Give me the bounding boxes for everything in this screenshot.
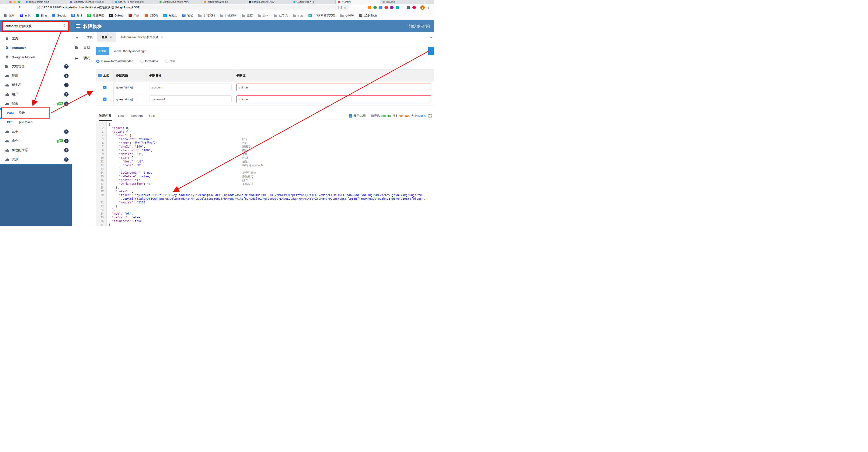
bookmark-item[interactable]: 什么都有 [220,13,237,18]
sidebar-item[interactable]: 角色NEW8 [0,136,72,145]
browser-tab[interactable]: Spring Cloud 微服务文档 [157,0,202,4]
send-button[interactable]: 发送 [428,47,434,55]
param-value-input[interactable] [237,95,431,103]
sidebar-item[interactable]: 菜单7 [0,127,72,136]
browser-tab[interactable]: 接口文档 [336,0,380,4]
browser-tab[interactable]: hao123_上网从这里开始 [113,0,157,4]
sidebar-item[interactable]: 主页 [0,34,72,43]
fold-arrow-icon[interactable]: ▾ [104,131,106,133]
close-icon[interactable]: × [161,35,163,39]
browser-menu-icon[interactable]: ⋮ [427,5,430,9]
response-tab[interactable]: Curl [149,111,155,121]
param-name-input[interactable] [149,95,231,103]
sidebar-item[interactable]: Authorize [0,43,72,52]
reload-icon[interactable]: ↻ [19,5,22,9]
doc-nav-item[interactable]: 调试 [72,53,93,63]
more-tabs-icon[interactable]: » [428,32,434,42]
window-controls[interactable] [9,1,20,3]
show-desc-checkbox[interactable]: ✓ [349,114,352,117]
browser-tab[interactable]: temporary-interface 接口调试 [68,0,113,4]
sidebar-item[interactable]: 登录NEW2 [0,99,72,108]
browser-tab[interactable]: ES搜索引擎入门 [291,0,336,4]
fold-arrow-icon[interactable]: ▾ [104,123,106,125]
header-search-input[interactable]: 请输入搜索内容 [407,24,430,28]
content-tab[interactable]: 主页 [83,32,97,42]
fold-arrow-icon[interactable]: ▾ [104,135,106,137]
bookmark-item[interactable]: GGitHub [109,14,123,17]
bookmark-item[interactable]: 公司 [258,13,269,18]
extension-icon[interactable] [384,6,388,9]
bookmark-item[interactable]: 译翻译 [71,13,82,18]
browser-tab[interactable]: 新标签页 [380,0,425,4]
extension-icon[interactable] [412,6,416,9]
bookmark-item[interactable]: 开开源中国 [87,13,104,18]
fold-arrow-icon[interactable]: ▾ [104,190,106,193]
sidebar-item[interactable]: 服务表6 [0,80,72,90]
sidebar-op-get[interactable]: GET验证token [0,117,72,127]
response-tab[interactable]: 响应内容 [99,111,112,121]
sidebar-item[interactable]: 应用5 [0,71,72,80]
bookmark-star-icon[interactable]: ☆ [344,6,346,9]
editor-code[interactable]: { "code": 0, "data": { "user": { "accoun… [107,121,434,226]
bookmark-item[interactable]: 微信 [242,13,253,18]
back-icon[interactable]: ← [4,5,7,9]
bookmark-item[interactable]: G码云 [129,13,140,18]
sidebar-op-post[interactable]: POST登录 [0,108,72,117]
extension-icon[interactable] [401,6,405,9]
bookmark-item[interactable]: bBing [36,14,47,17]
bookmark-item[interactable]: 已导入 [274,13,288,18]
profile-avatar[interactable]: z [420,5,425,10]
browser-tab[interactable]: github pages 绑定域名 [246,0,291,4]
bookmark-item[interactable]: 小目标 [340,13,354,18]
bookmark-item[interactable]: GGoogle [52,14,66,17]
sidebar-item[interactable]: 资源6 [0,155,72,164]
sidebar-item[interactable]: 用户9 [0,90,72,99]
row-checkbox[interactable]: ✓ [103,97,106,101]
bookmark-item[interactable]: 百百度 [20,13,31,18]
page-info-icon[interactable]: i [37,6,40,9]
content-type-radio[interactable]: raw [165,59,175,63]
api-group-select[interactable]: authority-权限模块 [2,22,69,30]
content-type-radio[interactable]: form-data [140,59,158,63]
extension-icon[interactable] [373,6,377,9]
bookmark-item[interactable]: 101024Tools [359,14,377,17]
collapse-tabs-icon[interactable]: « [72,32,83,42]
extension-icon[interactable] [379,6,382,9]
forward-icon[interactable]: → [11,5,14,9]
fold-arrow-icon[interactable]: ▾ [104,157,106,159]
translate-icon[interactable]: 文 [338,6,342,9]
extension-icon[interactable] [368,6,371,9]
sidebar-item[interactable]: 角色的资源1 [0,145,72,155]
browser-tab[interactable]: 图解微服务架构演进 [202,0,246,4]
param-value-input[interactable] [237,84,431,91]
url-text[interactable]: 127.0.0.1:8760/api/gate/doc.html#/author… [42,6,336,9]
doc-nav-item[interactable]: 文档 [72,42,93,53]
minimize-window-icon[interactable] [13,1,16,3]
response-tab[interactable]: Headers [131,111,143,121]
bookmark-item[interactable]: 云百度云 [163,13,177,18]
extension-icon[interactable] [390,6,394,9]
zoom-window-icon[interactable] [18,1,20,3]
param-name-input[interactable] [149,84,231,91]
bookmark-item[interactable]: 学习资料 [198,13,215,18]
select-spinner-icon[interactable] [63,24,65,27]
content-tab[interactable]: Authorize-authority-权限模块× [116,32,167,42]
sidebar-item[interactable]: Swagger Models [0,52,72,62]
extension-icon[interactable] [407,6,410,9]
request-path-input[interactable]: /api/authority/anno/login [111,47,426,55]
close-window-icon[interactable] [9,1,11,3]
content-type-radio[interactable]: x-www-form-urlencoded [96,59,133,63]
response-tab[interactable]: Raw [118,111,124,121]
content-tab[interactable]: 登录× [97,32,116,42]
bookmark-item[interactable]: 记笔记 [182,13,193,18]
bookmark-item[interactable]: esES搜索引擎文档 [308,13,335,18]
close-icon[interactable]: × [110,35,112,39]
bookmark-item[interactable]: mac [293,14,304,17]
row-checkbox[interactable]: ✓ [103,86,106,89]
sidebar-item[interactable]: 文档管理3 [0,62,72,71]
bookmark-item[interactable]: 应用 [4,13,14,18]
extension-icon[interactable] [396,6,399,9]
bookmark-item[interactable]: CCSDN [145,14,158,17]
hamburger-icon[interactable] [76,24,81,29]
browser-tab[interactable]: zuihou-admin-cloud [23,0,68,4]
